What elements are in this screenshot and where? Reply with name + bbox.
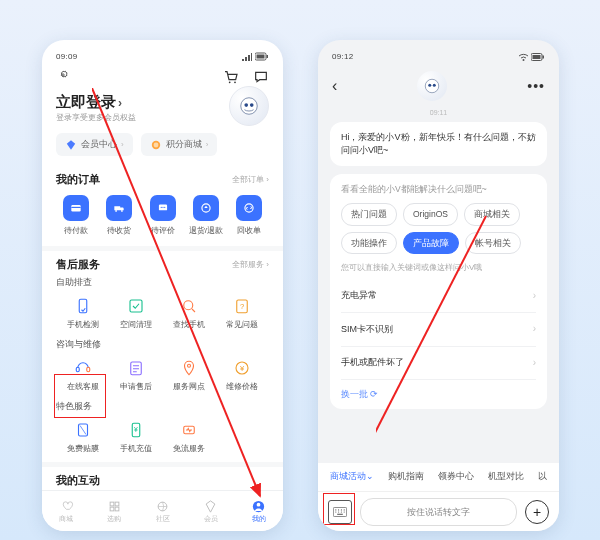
orders-row: 待付款 待收货 待评价 退货/退款 回收单 (42, 191, 283, 246)
pill-points[interactable]: 积分商城› (141, 133, 218, 156)
orders-header: 我的订单 全部订单 › (42, 166, 283, 191)
hint-text: 您可以直接输入关键词或像这样问小V哦 (341, 262, 536, 274)
chip-account[interactable]: 帐号相关 (465, 232, 521, 254)
svg-point-7 (244, 103, 248, 107)
highlight-online-service (54, 374, 106, 418)
battery-icon-r (531, 53, 545, 61)
service-more[interactable]: 全部服务 › (232, 259, 269, 270)
svc-price[interactable]: ¥维修价格 (216, 355, 269, 396)
more-button[interactable]: ••• (527, 78, 545, 94)
order-ship[interactable]: 待收货 (97, 195, 140, 236)
plus-button[interactable]: + (525, 500, 549, 524)
svc-faq[interactable]: ?常见问题 (216, 293, 269, 334)
cart-icon[interactable] (223, 69, 239, 85)
chip-row: 热门问题 OriginOS 商城相关 功能操作 产品故障 帐号相关 (341, 203, 536, 254)
nav-community[interactable]: 社区 (138, 491, 186, 531)
ticker-1[interactable]: 购机指南 (388, 471, 424, 483)
svg-rect-50 (543, 56, 545, 59)
message-icon[interactable] (253, 69, 269, 85)
nav-store[interactable]: 商城 (42, 491, 90, 531)
highlight-keyboard (323, 493, 355, 525)
svg-rect-49 (533, 55, 541, 59)
svg-point-18 (164, 207, 165, 208)
chip-func[interactable]: 功能操作 (341, 232, 397, 254)
nav-member[interactable]: 会员 (187, 491, 235, 531)
group1-title: 自助排查 (42, 276, 283, 293)
svg-point-29 (188, 364, 191, 367)
nav-mine[interactable]: 我的 (235, 491, 283, 531)
svg-point-16 (160, 207, 161, 208)
options-bubble: 看看全能的小V都能解决什么问题吧~ 热门问题 OriginOS 商城相关 功能操… (330, 174, 547, 409)
diamond-icon (65, 139, 77, 151)
svg-text:¥: ¥ (134, 426, 138, 433)
ticker-2[interactable]: 领券中心 (438, 471, 474, 483)
order-review[interactable]: 待评价 (141, 195, 184, 236)
interact-header: 我的互动 (42, 467, 283, 492)
service-title: 售后服务 (56, 257, 100, 272)
coin-icon (150, 139, 162, 151)
header (42, 61, 283, 89)
status-time: 09:09 (56, 52, 78, 61)
robot-icon (238, 95, 260, 117)
status-right-r (519, 53, 545, 61)
svg-point-51 (426, 79, 440, 93)
ticker[interactable]: 商城活动⌄ 购机指南 领券中心 机型对比 以 (318, 463, 559, 492)
pill-points-label: 积分商城 (166, 138, 202, 151)
order-recycle[interactable]: 回收单 (228, 195, 271, 236)
group3-row: 免费贴膜 ¥手机充值 免流服务 (42, 417, 283, 462)
orders-more[interactable]: 全部订单 › (232, 174, 269, 185)
chat-header: ‹ ••• (318, 61, 559, 107)
svc-apply[interactable]: 申请售后 (109, 355, 162, 396)
voice-input[interactable]: 按住说话转文字 (360, 498, 517, 526)
order-refund[interactable]: 退货/退款 (184, 195, 227, 236)
svc-location[interactable]: 服务网点 (163, 355, 216, 396)
svg-rect-39 (110, 502, 114, 506)
faq-broken[interactable]: 手机或配件坏了› (341, 347, 536, 381)
signal-icon (242, 52, 252, 61)
svg-point-52 (429, 84, 432, 87)
settings-icon[interactable] (56, 70, 70, 84)
ticker-3[interactable]: 机型对比 (488, 471, 524, 483)
refresh-button[interactable]: 换一批 ⟳ (341, 380, 536, 400)
svg-point-4 (229, 81, 231, 83)
svc-clean[interactable]: 空间清理 (109, 293, 162, 334)
avatar[interactable] (229, 86, 269, 126)
chip-hot[interactable]: 热门问题 (341, 203, 397, 225)
faq-sim[interactable]: SIM卡不识别› (341, 313, 536, 347)
chat-avatar (417, 71, 447, 101)
svc-detect[interactable]: 手机检测 (56, 293, 109, 334)
svg-point-23 (184, 301, 193, 310)
phone-right: 09:12 ‹ ••• 09:11 Hi，亲爱的小V粉，新年快乐！有什么问题，不… (318, 40, 559, 531)
chip-os[interactable]: OriginOS (403, 203, 458, 225)
svg-point-45 (257, 502, 261, 506)
chip-mall[interactable]: 商城相关 (464, 203, 520, 225)
pill-member[interactable]: 会员中心› (56, 133, 133, 156)
svg-rect-22 (130, 300, 142, 312)
svg-point-10 (153, 142, 158, 147)
ticker-0[interactable]: 商城活动⌄ (330, 471, 374, 483)
faq-charge[interactable]: 充电异常› (341, 280, 536, 314)
svg-point-5 (234, 81, 236, 83)
svc-data[interactable]: 免流服务 (163, 417, 216, 458)
svg-text:¥: ¥ (240, 364, 245, 373)
chat-timestamp: 09:11 (318, 107, 559, 122)
svg-point-13 (115, 210, 117, 212)
ticker-4[interactable]: 以 (538, 471, 547, 483)
svg-point-14 (121, 210, 123, 212)
svg-rect-40 (115, 502, 119, 506)
svc-topup[interactable]: ¥手机充值 (109, 417, 162, 458)
svc-film[interactable]: 免费贴膜 (56, 417, 109, 458)
battery-icon (255, 52, 269, 61)
login-label: 立即登录 (56, 93, 116, 110)
back-button[interactable]: ‹ (332, 77, 337, 95)
svg-rect-2 (267, 55, 269, 58)
panel-title: 看看全能的小V都能解决什么问题吧~ (341, 183, 536, 195)
pill-member-label: 会员中心 (81, 138, 117, 151)
group2-title: 咨询与维修 (42, 338, 283, 355)
svc-find[interactable]: 查找手机 (163, 293, 216, 334)
nav-buy[interactable]: 选购 (90, 491, 138, 531)
order-pay[interactable]: 待付款 (54, 195, 97, 236)
svg-rect-12 (71, 207, 80, 208)
svg-point-3 (62, 74, 64, 76)
chip-fault[interactable]: 产品故障 (403, 232, 459, 254)
